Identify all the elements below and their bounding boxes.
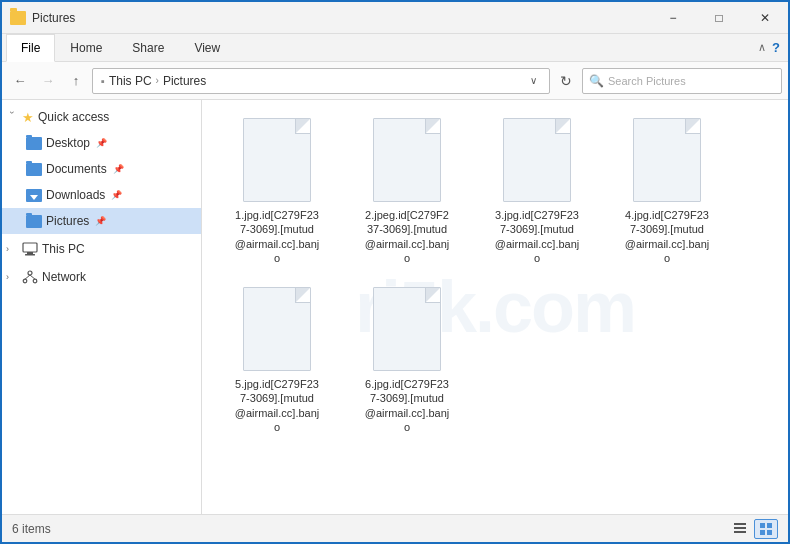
svg-rect-11 [760,523,765,528]
svg-point-3 [28,271,32,275]
svg-line-6 [25,275,30,279]
file-icon [501,116,573,204]
downloads-label: Downloads [46,188,105,202]
file-page-bg [373,287,441,371]
file-label: 4.jpg.id[C279F237-3069].[mutud@airmail.c… [625,208,710,265]
breadcrumb-thispc[interactable]: This PC [109,74,152,88]
pictures-folder-icon [26,213,42,229]
file-item[interactable]: 1.jpg.id[C279F237-3069].[mutud@airmail.c… [212,110,342,271]
file-label: 3.jpg.id[C279F237-3069].[mutud@airmail.c… [495,208,580,265]
tab-share[interactable]: Share [117,34,179,62]
file-label: 2.jpeg.id[C279F237-3069].[mutud@airmail.… [365,208,450,265]
files-grid: 1.jpg.id[C279F237-3069].[mutud@airmail.c… [212,110,778,440]
folder-icon [10,10,26,26]
network-label: Network [42,270,86,284]
documents-pin-icon: 📌 [113,164,124,174]
svg-rect-13 [760,530,765,535]
status-bar: 6 items [2,514,788,542]
close-button[interactable]: ✕ [742,2,788,34]
maximize-button[interactable]: □ [696,2,742,34]
file-page-bg [243,118,311,202]
file-label: 6.jpg.id[C279F237-3069].[mutud@airmail.c… [365,377,450,434]
minimize-button[interactable]: − [650,2,696,34]
tab-view[interactable]: View [179,34,235,62]
search-box[interactable]: 🔍 Search Pictures [582,68,782,94]
network-chevron: › [6,272,18,282]
svg-line-7 [30,275,35,279]
quick-access-star-icon: ★ [22,110,34,125]
this-pc-label: This PC [42,242,85,256]
file-icon [241,116,313,204]
downloads-pin-icon: 📌 [111,190,122,200]
window-title: Pictures [32,11,75,25]
list-view-button[interactable] [728,519,752,539]
refresh-button[interactable]: ↻ [554,69,578,93]
this-pc-header[interactable]: › This PC [2,236,201,262]
title-bar-left: Pictures [10,10,75,26]
svg-rect-2 [25,254,35,256]
network-header[interactable]: › Network [2,264,201,290]
quick-access-chevron: › [7,111,17,123]
file-label: 1.jpg.id[C279F237-3069].[mutud@airmail.c… [235,208,320,265]
file-item[interactable]: 3.jpg.id[C279F237-3069].[mutud@airmail.c… [472,110,602,271]
file-icon [631,116,703,204]
file-label: 5.jpg.id[C279F237-3069].[mutud@airmail.c… [235,377,320,434]
file-item[interactable]: 2.jpeg.id[C279F237-3069].[mutud@airmail.… [342,110,472,271]
help-button[interactable]: ? [772,40,780,55]
svg-rect-8 [734,523,746,525]
network-section: › Network [2,264,201,290]
documents-label: Documents [46,162,107,176]
svg-rect-0 [23,243,37,252]
pictures-label: Pictures [46,214,89,228]
quick-access-label: Quick access [38,110,109,124]
item-count: 6 items [12,522,51,536]
quick-access-header[interactable]: › ★ Quick access [2,104,201,130]
address-field[interactable]: ▪ This PC › Pictures ∨ [92,68,550,94]
svg-rect-12 [767,523,772,528]
breadcrumb-sep-1: › [156,75,159,86]
breadcrumb: This PC › Pictures [109,74,522,88]
file-item[interactable]: 4.jpg.id[C279F237-3069].[mutud@airmail.c… [602,110,732,271]
title-controls: − □ ✕ [650,2,788,34]
this-pc-section: › This PC [2,236,201,262]
sidebar-item-desktop[interactable]: Desktop 📌 [2,130,201,156]
breadcrumb-pictures[interactable]: Pictures [163,74,206,88]
search-placeholder: Search Pictures [608,75,686,87]
file-icon [371,285,443,373]
desktop-folder-icon [26,135,42,151]
forward-button[interactable]: → [36,69,60,93]
pictures-pin-icon: 📌 [95,216,106,226]
this-pc-chevron: › [6,244,18,254]
search-icon: 🔍 [589,74,604,88]
file-page-bg [373,118,441,202]
tab-file[interactable]: File [6,34,55,62]
svg-rect-10 [734,531,746,533]
sidebar-item-downloads[interactable]: Downloads 📌 [2,182,201,208]
file-page-bg [633,118,701,202]
desktop-pin-icon: 📌 [96,138,107,148]
file-icon [371,116,443,204]
svg-rect-9 [734,527,746,529]
address-field-pc-icon: ▪ [101,75,105,87]
file-page-bg [243,287,311,371]
view-buttons [728,519,778,539]
svg-point-5 [33,279,37,283]
title-bar: Pictures − □ ✕ [2,2,788,34]
network-icon [22,269,38,285]
main-area: › ★ Quick access Desktop 📌 Documents 📌 [2,100,788,514]
ribbon: File Home Share View ∧ ? [2,34,788,62]
file-item[interactable]: 5.jpg.id[C279F237-3069].[mutud@airmail.c… [212,279,342,440]
content-area: ri5k.com 1.jpg.id[C279F237-3069].[mutud@… [202,100,788,514]
sidebar-item-documents[interactable]: Documents 📌 [2,156,201,182]
file-item[interactable]: 6.jpg.id[C279F237-3069].[mutud@airmail.c… [342,279,472,440]
downloads-folder-icon [26,187,42,203]
tab-home[interactable]: Home [55,34,117,62]
back-button[interactable]: ← [8,69,32,93]
ribbon-collapse-button[interactable]: ∧ [758,41,766,54]
up-button[interactable]: ↑ [64,69,88,93]
sidebar-item-pictures[interactable]: Pictures 📌 [2,208,201,234]
grid-view-button[interactable] [754,519,778,539]
svg-rect-1 [27,252,33,254]
address-chevron-icon[interactable]: ∨ [526,75,541,86]
file-icon [241,285,313,373]
